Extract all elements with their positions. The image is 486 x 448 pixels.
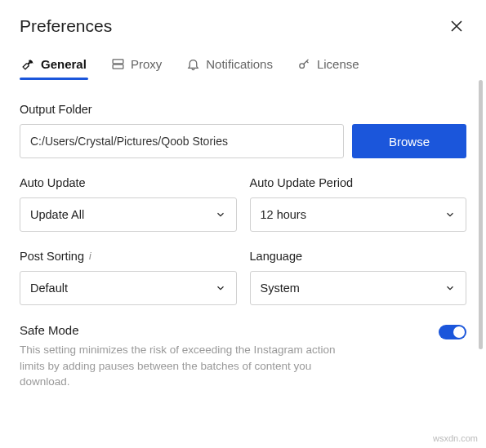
output-folder-section: Output Folder Browse [20,103,466,158]
output-folder-input[interactable] [20,124,344,158]
page-title: Preferences [20,16,112,36]
chevron-down-icon [444,282,456,294]
tab-license-label: License [317,57,359,71]
post-sorting-select[interactable]: Default [20,271,237,305]
info-icon[interactable]: i [89,251,91,262]
tab-general-label: General [41,57,87,71]
close-icon [451,20,462,32]
svg-rect-0 [113,60,123,64]
browse-button[interactable]: Browse [352,124,466,158]
chevron-down-icon [215,282,226,294]
auto-update-value: Update All [30,208,84,221]
watermark: wsxdn.com [433,433,478,443]
safe-mode-label: Safe Mode [20,323,422,337]
scrollbar[interactable] [479,80,483,349]
key-icon [297,57,311,71]
safe-mode-toggle[interactable] [439,325,466,339]
safe-mode-section: Safe Mode This setting minimizes the ris… [20,323,466,390]
chevron-down-icon [444,209,456,220]
output-folder-label: Output Folder [20,103,466,116]
language-label: Language [250,250,467,263]
tab-general[interactable]: General [20,52,88,79]
server-icon [111,57,125,71]
post-sorting-label-text: Post Sorting [20,250,84,263]
auto-update-label: Auto Update [20,176,237,189]
post-sorting-label: Post Sorting i [20,250,237,263]
language-select[interactable]: System [250,271,467,305]
bell-icon [186,57,200,71]
auto-update-period-label: Auto Update Period [250,176,467,189]
auto-update-period-value: 12 hours [261,208,306,221]
auto-update-period-select[interactable]: 12 hours [250,197,467,232]
language-value: System [261,282,300,295]
post-sorting-value: Default [30,282,68,295]
wrench-icon [21,57,35,71]
toggle-knob [453,326,465,338]
auto-update-select[interactable]: Update All [20,197,237,232]
close-button[interactable] [447,16,466,36]
tab-proxy[interactable]: Proxy [109,52,163,79]
tabs: General Proxy Notifications License [20,52,466,80]
svg-point-2 [300,64,305,69]
safe-mode-description: This setting minimizes the risk of excee… [20,342,363,390]
tab-license[interactable]: License [296,52,361,79]
svg-rect-1 [113,64,123,69]
tab-notifications-label: Notifications [206,57,273,71]
chevron-down-icon [215,209,226,220]
tab-notifications[interactable]: Notifications [185,52,274,79]
tab-proxy-label: Proxy [131,57,162,71]
